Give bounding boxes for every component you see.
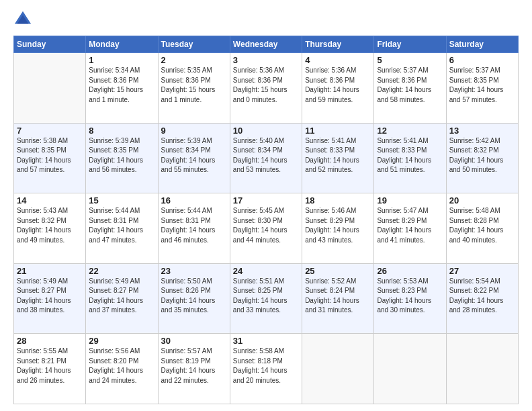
calendar-cell: 21Sunrise: 5:49 AMSunset: 8:27 PMDayligh… — [14, 263, 86, 334]
day-info: Sunrise: 5:58 AMSunset: 8:18 PMDaylight:… — [233, 347, 299, 385]
calendar-week-row: 1Sunrise: 5:34 AMSunset: 8:36 PMDaylight… — [14, 53, 519, 124]
day-number: 15 — [89, 195, 154, 205]
calendar-header-saturday: Saturday — [446, 36, 518, 53]
calendar-week-row: 7Sunrise: 5:38 AMSunset: 8:35 PMDaylight… — [14, 123, 519, 193]
calendar-cell: 12Sunrise: 5:41 AMSunset: 8:33 PMDayligh… — [374, 123, 446, 193]
calendar-cell: 20Sunrise: 5:48 AMSunset: 8:28 PMDayligh… — [446, 193, 518, 264]
day-info: Sunrise: 5:49 AMSunset: 8:27 PMDaylight:… — [17, 277, 83, 316]
day-number: 29 — [89, 336, 154, 346]
day-info: Sunrise: 5:57 AMSunset: 8:19 PMDaylight:… — [161, 347, 227, 385]
day-info: Sunrise: 5:42 AMSunset: 8:32 PMDaylight:… — [449, 136, 515, 175]
calendar-cell: 10Sunrise: 5:40 AMSunset: 8:34 PMDayligh… — [230, 123, 302, 193]
day-info: Sunrise: 5:52 AMSunset: 8:24 PMDaylight:… — [305, 277, 371, 316]
calendar-cell: 22Sunrise: 5:49 AMSunset: 8:27 PMDayligh… — [86, 263, 158, 334]
day-info: Sunrise: 5:39 AMSunset: 8:35 PMDaylight:… — [89, 136, 154, 175]
day-number: 14 — [17, 195, 83, 205]
day-number: 10 — [233, 126, 299, 136]
calendar-cell: 8Sunrise: 5:39 AMSunset: 8:35 PMDaylight… — [86, 123, 158, 193]
logo — [13, 10, 35, 29]
calendar-cell: 27Sunrise: 5:54 AMSunset: 8:22 PMDayligh… — [446, 263, 518, 334]
calendar-cell: 2Sunrise: 5:35 AMSunset: 8:36 PMDaylight… — [158, 53, 230, 124]
calendar-header-thursday: Thursday — [302, 36, 374, 53]
calendar-header-wednesday: Wednesday — [230, 36, 302, 53]
calendar-cell: 13Sunrise: 5:42 AMSunset: 8:32 PMDayligh… — [446, 123, 518, 193]
day-info: Sunrise: 5:55 AMSunset: 8:21 PMDaylight:… — [17, 347, 83, 385]
calendar-week-row: 21Sunrise: 5:49 AMSunset: 8:27 PMDayligh… — [14, 263, 519, 334]
calendar-header-friday: Friday — [374, 36, 446, 53]
day-number: 12 — [377, 126, 443, 136]
calendar-cell — [374, 334, 446, 404]
day-number: 30 — [161, 336, 227, 346]
day-number: 16 — [161, 195, 227, 205]
calendar-cell: 30Sunrise: 5:57 AMSunset: 8:19 PMDayligh… — [158, 334, 230, 404]
calendar-cell: 3Sunrise: 5:36 AMSunset: 8:36 PMDaylight… — [230, 53, 302, 124]
day-info: Sunrise: 5:44 AMSunset: 8:31 PMDaylight:… — [89, 206, 154, 245]
calendar-cell: 1Sunrise: 5:34 AMSunset: 8:36 PMDaylight… — [86, 53, 158, 124]
calendar-cell — [14, 53, 86, 124]
day-number: 3 — [233, 55, 299, 65]
calendar-week-row: 14Sunrise: 5:43 AMSunset: 8:32 PMDayligh… — [14, 193, 519, 264]
day-info: Sunrise: 5:46 AMSunset: 8:29 PMDaylight:… — [305, 206, 371, 245]
day-info: Sunrise: 5:36 AMSunset: 8:36 PMDaylight:… — [305, 66, 371, 105]
calendar-cell: 9Sunrise: 5:39 AMSunset: 8:34 PMDaylight… — [158, 123, 230, 193]
day-number: 24 — [233, 266, 299, 276]
day-info: Sunrise: 5:47 AMSunset: 8:29 PMDaylight:… — [377, 206, 443, 245]
day-number: 18 — [305, 195, 371, 205]
day-info: Sunrise: 5:36 AMSunset: 8:36 PMDaylight:… — [233, 66, 299, 105]
calendar-cell: 25Sunrise: 5:52 AMSunset: 8:24 PMDayligh… — [302, 263, 374, 334]
day-info: Sunrise: 5:41 AMSunset: 8:33 PMDaylight:… — [377, 136, 443, 175]
day-number: 1 — [89, 55, 154, 65]
day-number: 28 — [17, 336, 83, 346]
calendar-cell: 5Sunrise: 5:37 AMSunset: 8:36 PMDaylight… — [374, 53, 446, 124]
calendar-cell: 31Sunrise: 5:58 AMSunset: 8:18 PMDayligh… — [230, 334, 302, 404]
calendar-cell: 15Sunrise: 5:44 AMSunset: 8:31 PMDayligh… — [86, 193, 158, 264]
calendar-cell: 24Sunrise: 5:51 AMSunset: 8:25 PMDayligh… — [230, 263, 302, 334]
day-number: 9 — [161, 126, 227, 136]
day-number: 27 — [449, 266, 515, 276]
day-info: Sunrise: 5:44 AMSunset: 8:31 PMDaylight:… — [161, 206, 227, 245]
day-number: 7 — [17, 126, 83, 136]
calendar-cell: 28Sunrise: 5:55 AMSunset: 8:21 PMDayligh… — [14, 334, 86, 404]
header — [13, 10, 519, 29]
day-info: Sunrise: 5:45 AMSunset: 8:30 PMDaylight:… — [233, 206, 299, 245]
day-number: 19 — [377, 195, 443, 205]
day-info: Sunrise: 5:50 AMSunset: 8:26 PMDaylight:… — [161, 277, 227, 316]
logo-icon — [13, 10, 32, 29]
calendar-header-tuesday: Tuesday — [158, 36, 230, 53]
day-number: 11 — [305, 126, 371, 136]
calendar-table: SundayMondayTuesdayWednesdayThursdayFrid… — [13, 36, 519, 404]
calendar-cell: 11Sunrise: 5:41 AMSunset: 8:33 PMDayligh… — [302, 123, 374, 193]
calendar-cell: 6Sunrise: 5:37 AMSunset: 8:35 PMDaylight… — [446, 53, 518, 124]
day-number: 25 — [305, 266, 371, 276]
day-info: Sunrise: 5:41 AMSunset: 8:33 PMDaylight:… — [305, 136, 371, 175]
calendar-week-row: 28Sunrise: 5:55 AMSunset: 8:21 PMDayligh… — [14, 334, 519, 404]
day-number: 4 — [305, 55, 371, 65]
day-info: Sunrise: 5:39 AMSunset: 8:34 PMDaylight:… — [161, 136, 227, 175]
calendar-cell: 7Sunrise: 5:38 AMSunset: 8:35 PMDaylight… — [14, 123, 86, 193]
day-number: 23 — [161, 266, 227, 276]
calendar-cell: 19Sunrise: 5:47 AMSunset: 8:29 PMDayligh… — [374, 193, 446, 264]
day-info: Sunrise: 5:38 AMSunset: 8:35 PMDaylight:… — [17, 136, 83, 175]
calendar-header-monday: Monday — [86, 36, 158, 53]
day-number: 2 — [161, 55, 227, 65]
calendar-cell: 29Sunrise: 5:56 AMSunset: 8:20 PMDayligh… — [86, 334, 158, 404]
calendar-cell: 23Sunrise: 5:50 AMSunset: 8:26 PMDayligh… — [158, 263, 230, 334]
calendar-header-sunday: Sunday — [14, 36, 86, 53]
day-info: Sunrise: 5:51 AMSunset: 8:25 PMDaylight:… — [233, 277, 299, 316]
day-number: 21 — [17, 266, 83, 276]
day-number: 31 — [233, 336, 299, 346]
calendar-cell: 16Sunrise: 5:44 AMSunset: 8:31 PMDayligh… — [158, 193, 230, 264]
day-number: 6 — [449, 55, 515, 65]
day-info: Sunrise: 5:48 AMSunset: 8:28 PMDaylight:… — [449, 206, 515, 245]
day-info: Sunrise: 5:37 AMSunset: 8:35 PMDaylight:… — [449, 66, 515, 105]
calendar-cell — [302, 334, 374, 404]
day-number: 8 — [89, 126, 154, 136]
day-number: 22 — [89, 266, 154, 276]
calendar-cell — [446, 334, 518, 404]
day-info: Sunrise: 5:34 AMSunset: 8:36 PMDaylight:… — [89, 66, 154, 105]
day-info: Sunrise: 5:53 AMSunset: 8:23 PMDaylight:… — [377, 277, 443, 316]
day-info: Sunrise: 5:43 AMSunset: 8:32 PMDaylight:… — [17, 206, 83, 245]
day-info: Sunrise: 5:54 AMSunset: 8:22 PMDaylight:… — [449, 277, 515, 316]
day-info: Sunrise: 5:49 AMSunset: 8:27 PMDaylight:… — [89, 277, 154, 316]
calendar-cell: 18Sunrise: 5:46 AMSunset: 8:29 PMDayligh… — [302, 193, 374, 264]
